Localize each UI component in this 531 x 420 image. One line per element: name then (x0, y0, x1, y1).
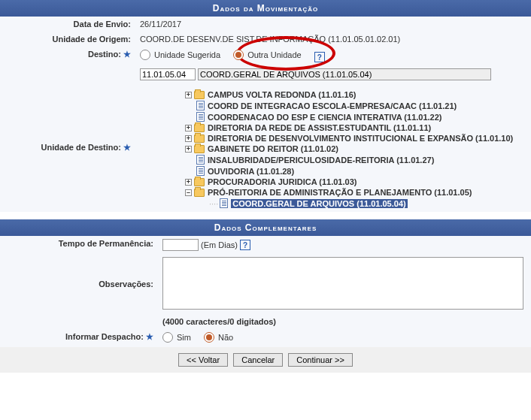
tree-label: PRÓ-REITORIA DE ADMINISTRAÇÃO E PLANEJAM… (208, 188, 472, 197)
folder-icon (194, 178, 205, 186)
tree-node[interactable]: COORDENACAO DO ESP E CIENCIA INTERATIVA … (185, 111, 526, 122)
label-tempo-permanencia: Tempo de Permanência: (0, 236, 158, 254)
radio-label: Não (218, 333, 233, 342)
page-icon (196, 112, 205, 122)
radio-label: Sim (177, 333, 191, 342)
radio-nao[interactable]: Não (204, 332, 233, 343)
folder-icon (194, 189, 205, 197)
voltar-button[interactable]: << Voltar (178, 353, 228, 367)
observacoes-textarea[interactable] (162, 257, 523, 310)
tempo-permanencia-input[interactable] (162, 239, 199, 251)
radio-icon (233, 50, 244, 60)
tree-node[interactable]: +DIRETORIA DE DESENVOLVIMENTO INSTITUCIO… (185, 133, 526, 144)
expand-icon[interactable]: + (185, 135, 192, 142)
tree-node[interactable]: INSALUBRIDADE/PERICULOSIDADE-REITORIA (1… (185, 154, 526, 165)
required-marker: ★ (146, 332, 153, 341)
tree-label: DIRETORIA DE DESENVOLVIMENTO INSTITUCION… (208, 134, 513, 143)
label-unidade-destino: Unidade de Destino: (41, 143, 121, 152)
continuar-button[interactable]: Continuar >> (288, 353, 353, 367)
tree-node[interactable]: +GABINETE DO REITOR (11.01.02) (185, 144, 526, 154)
cancelar-button[interactable]: Cancelar (233, 353, 283, 367)
tree-node-selected[interactable]: ····COORD.GERAL DE ARQUIVOS (11.01.05.04… (209, 198, 526, 209)
radio-label: Unidade Sugerida (154, 50, 220, 59)
tree-label: DIRETORIA DA REDE DE ASSIST.ESTUDANTIL (… (208, 123, 431, 132)
expand-icon[interactable]: + (185, 125, 192, 131)
expand-icon[interactable]: + (185, 179, 192, 186)
label-unidade-origem: Unidade de Origem: (0, 32, 135, 47)
page-icon (196, 166, 205, 176)
tree-label: OUVIDORIA (11.01.28) (208, 167, 294, 176)
tree-node[interactable]: +CAMPUS VOLTA REDONDA (11.01.16) (185, 89, 526, 100)
unidade-tree[interactable]: +CAMPUS VOLTA REDONDA (11.01.16) COORD D… (185, 89, 526, 209)
value-data-envio: 26/11/2017 (135, 17, 531, 32)
char-count: (4000 caracteres/0 digitados) (158, 314, 531, 329)
tree-connector: ···· (209, 199, 218, 208)
collapse-icon[interactable]: – (185, 189, 192, 196)
codigo-unidade-input[interactable] (140, 68, 196, 80)
expand-icon[interactable]: + (185, 92, 192, 98)
section-header-movimentacao: Dados da Movimentação (0, 0, 531, 17)
tree-label: PROCURADORIA JURIDICA (11.01.03) (208, 177, 357, 186)
tree-node[interactable]: –PRÓ-REITORIA DE ADMINISTRAÇÃO E PLANEJA… (185, 187, 526, 198)
page-icon (196, 101, 205, 110)
tree-label: INSALUBRIDADE/PERICULOSIDADE-REITORIA (1… (208, 156, 434, 165)
help-icon[interactable]: ? (314, 52, 325, 62)
radio-outra-unidade[interactable]: Outra Unidade (233, 50, 302, 60)
required-marker: ★ (123, 143, 131, 152)
label-data-envio: Data de Envio: (0, 17, 135, 32)
radio-unidade-sugerida[interactable]: Unidade Sugerida (140, 50, 220, 60)
folder-icon (194, 124, 205, 132)
label-observacoes: Observações: (0, 254, 158, 314)
tree-label: COORD.GERAL DE ARQUIVOS (11.01.05.04) (231, 199, 407, 208)
radio-label: Outra Unidade (247, 50, 302, 59)
tree-node[interactable]: COORD DE INTEGRACAO ESCOLA-EMPRESA/CAAC … (185, 100, 526, 111)
radio-icon (204, 332, 214, 343)
tree-label: GABINETE DO REITOR (11.01.02) (208, 144, 338, 153)
page-icon (220, 198, 228, 208)
help-icon[interactable]: ? (240, 240, 250, 250)
folder-icon (194, 134, 205, 143)
button-row: << Voltar Cancelar Continuar >> (0, 347, 531, 373)
label-destino: Destino: (88, 50, 121, 59)
nome-unidade-input (198, 68, 491, 80)
em-dias-text: (Em Dias) (201, 240, 238, 249)
tree-node[interactable]: OUVIDORIA (11.01.28) (185, 165, 526, 177)
tree-label: COORDENACAO DO ESP E CIENCIA INTERATIVA … (208, 113, 442, 122)
tree-node[interactable]: +DIRETORIA DA REDE DE ASSIST.ESTUDANTIL … (185, 122, 526, 133)
folder-icon (194, 145, 205, 153)
tree-node[interactable]: +PROCURADORIA JURIDICA (11.01.03) (185, 177, 526, 187)
radio-sim[interactable]: Sim (162, 332, 191, 343)
tree-label: COORD DE INTEGRACAO ESCOLA-EMPRESA/CAAC … (208, 101, 457, 110)
radio-icon (140, 50, 150, 60)
section-header-complementares: Dados Complementares (0, 219, 531, 236)
required-marker: ★ (123, 50, 131, 59)
value-unidade-origem: COORD.DE DESENV.DE SIST.DE INFORMAÇÃO (1… (135, 32, 531, 47)
expand-icon[interactable]: + (185, 146, 192, 153)
folder-icon (194, 91, 205, 99)
tree-label: CAMPUS VOLTA REDONDA (11.01.16) (208, 90, 356, 99)
page-icon (196, 155, 205, 165)
label-informar-despacho: Informar Despacho: (65, 332, 144, 341)
radio-icon (162, 332, 173, 343)
